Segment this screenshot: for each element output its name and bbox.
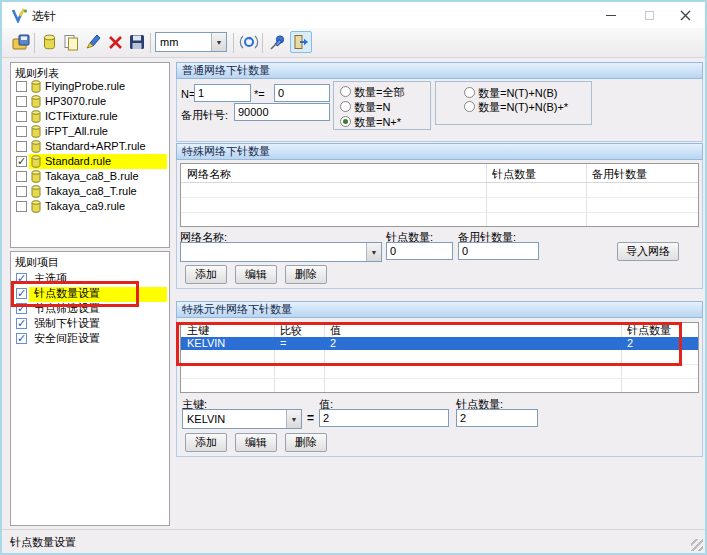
row-divider — [181, 378, 698, 379]
rule-row[interactable]: Standard+ARPT.rule — [10, 139, 170, 154]
resize-grip[interactable] — [691, 539, 703, 551]
rule-checkbox[interactable] — [16, 141, 27, 152]
chevron-down-icon[interactable] — [366, 243, 381, 261]
status-bar: 针点数量设置 — [2, 529, 705, 553]
edit-pen-button[interactable] — [82, 31, 104, 53]
rule-row[interactable]: Takaya_ca8_B.rule — [10, 169, 170, 184]
value-input[interactable] — [319, 409, 449, 427]
key-combobox[interactable]: KELVIN — [182, 409, 302, 429]
n-input[interactable] — [194, 84, 251, 102]
rule-checkbox[interactable] — [16, 111, 27, 122]
spare-count-input[interactable] — [458, 242, 539, 260]
rule-name: Takaya_ca8_B.rule — [45, 169, 139, 184]
status-text: 针点数量设置 — [10, 535, 76, 550]
rule-checkbox[interactable] — [16, 171, 27, 182]
net-name-value — [181, 243, 366, 261]
rule-name: Standard+ARPT.rule — [45, 139, 146, 154]
equals-sign: = — [307, 411, 314, 425]
delete-network-button[interactable]: 删除 — [285, 265, 327, 284]
copy-icon — [63, 34, 80, 51]
maximize-button[interactable] — [632, 2, 666, 28]
add-comp-button[interactable]: 添加 — [185, 433, 227, 452]
open-rule-button[interactable] — [10, 31, 32, 53]
chevron-down-icon[interactable] — [211, 33, 226, 51]
title-bar: 选针 — [2, 2, 705, 28]
rule-row[interactable]: FlyingProbe.rule — [10, 79, 170, 94]
exit-icon — [292, 33, 310, 51]
rule-checkbox[interactable] — [16, 81, 27, 92]
database-button[interactable] — [38, 31, 60, 53]
delete-x-icon — [108, 35, 123, 50]
qty-n-radio[interactable] — [340, 101, 351, 112]
qty-all-radio[interactable] — [340, 86, 351, 97]
rule-row[interactable]: Takaya_ca8_T.rule — [10, 184, 170, 199]
close-icon — [680, 10, 691, 21]
delete-button[interactable] — [104, 31, 126, 53]
spare-pin-label: 备用针号: — [181, 108, 228, 123]
rule-item-label: 安全间距设置 — [34, 331, 100, 346]
toolbar-separator — [233, 33, 234, 53]
rule-checkbox[interactable] — [16, 126, 27, 137]
copy-button[interactable] — [60, 31, 82, 53]
net-name-combobox[interactable] — [180, 242, 382, 262]
rule-row[interactable]: Takaya_ca9.rule — [10, 199, 170, 214]
unit-combobox[interactable]: mm — [155, 32, 227, 52]
qty-all-label: 数量=全部 — [354, 85, 404, 100]
star-input[interactable] — [274, 84, 330, 102]
spare-pin-input[interactable] — [234, 103, 330, 121]
refresh-icon — [239, 33, 259, 51]
qty-option-group-1: 数量=全部 数量=N 数量=N+* — [333, 81, 431, 130]
comp-pin-count-input[interactable] — [456, 409, 538, 427]
rule-checkbox[interactable] — [16, 201, 27, 212]
rule-checkbox[interactable] — [16, 156, 27, 167]
save-icon — [129, 34, 145, 50]
qty-tb-label: 数量=N(T)+N(B) — [478, 86, 557, 101]
qty-option-group-2: 数量=N(T)+N(B) 数量=N(T)+N(B)+* — [435, 81, 592, 125]
rule-item-row[interactable]: 安全间距设置 — [10, 331, 170, 346]
toolbar: mm — [2, 28, 705, 58]
add-network-button[interactable]: 添加 — [185, 265, 227, 284]
special-comp-header: 特殊元件网络下针数量 — [176, 301, 703, 318]
rule-name: Standard.rule — [45, 154, 111, 169]
rule-row[interactable]: ICTFixture.rule — [10, 109, 170, 124]
annotation-box-table — [176, 322, 682, 366]
open-rule-icon — [12, 33, 30, 51]
rule-row[interactable]: HP3070.rule — [10, 94, 170, 109]
refresh-button[interactable] — [238, 31, 260, 53]
qty-tb-star-radio[interactable] — [464, 101, 475, 112]
edit-network-button[interactable]: 编辑 — [235, 265, 277, 284]
save-button[interactable] — [126, 31, 148, 53]
import-network-button[interactable]: 导入网络 — [617, 242, 679, 261]
minimize-button[interactable] — [594, 2, 628, 28]
rule-item-checkbox[interactable] — [16, 333, 27, 344]
special-net-table[interactable]: 网络名称 针点数量 备用针数量 — [180, 163, 699, 227]
edit-comp-button[interactable]: 编辑 — [235, 433, 277, 452]
rule-name: iFPT_All.rule — [45, 124, 108, 139]
qty-n-star-radio[interactable] — [340, 116, 351, 127]
pushpin-button[interactable] — [266, 31, 288, 53]
column-divider — [586, 164, 587, 226]
rule-item-checkbox[interactable] — [16, 318, 27, 329]
rule-row-selected[interactable]: Standard.rule — [10, 154, 170, 169]
row-divider — [181, 182, 698, 183]
database-icon — [43, 34, 56, 50]
rule-item-row[interactable]: 强制下针设置 — [10, 316, 170, 331]
rule-file-icon — [31, 200, 41, 217]
chevron-down-icon[interactable] — [286, 410, 301, 428]
col-net-name: 网络名称 — [187, 167, 231, 182]
rule-name: HP3070.rule — [45, 94, 106, 109]
qty-tb-star-label: 数量=N(T)+N(B)+* — [478, 100, 568, 115]
rule-checkbox[interactable] — [16, 96, 27, 107]
annotation-box-rule-item — [11, 281, 139, 307]
toolbar-separator — [150, 33, 151, 53]
close-button[interactable] — [668, 2, 702, 28]
pin-count-input[interactable] — [386, 242, 453, 260]
normal-net-header: 普通网络下针数量 — [176, 62, 703, 79]
exit-button[interactable] — [290, 31, 312, 53]
rule-checkbox[interactable] — [16, 186, 27, 197]
special-net-header: 特殊网络下针数量 — [176, 143, 703, 160]
qty-tb-radio[interactable] — [464, 87, 475, 98]
rule-row[interactable]: iFPT_All.rule — [10, 124, 170, 139]
delete-comp-button[interactable]: 删除 — [285, 433, 327, 452]
toolbar-separator — [34, 33, 35, 53]
